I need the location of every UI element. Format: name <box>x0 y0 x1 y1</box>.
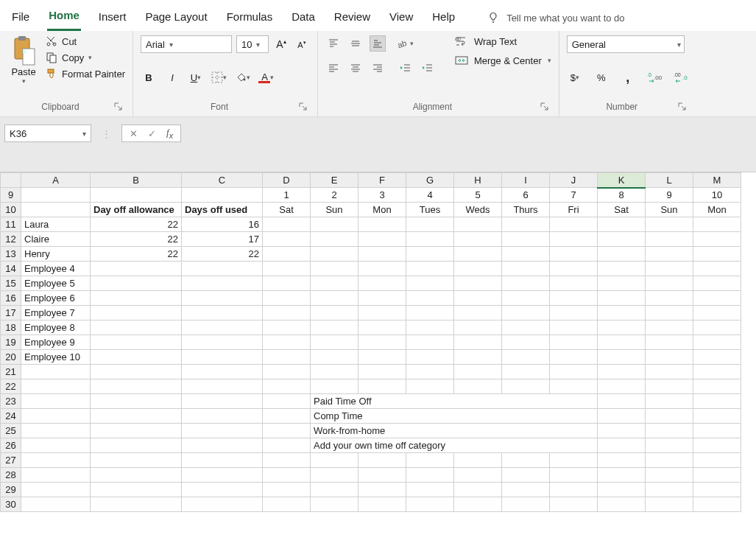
cell-L27[interactable] <box>646 453 693 468</box>
cancel-icon[interactable]: ✕ <box>130 128 138 139</box>
cell-K26[interactable] <box>598 438 646 453</box>
cell-A17[interactable]: Employee 7 <box>21 306 91 320</box>
cell-B27[interactable] <box>91 453 182 468</box>
cell-I27[interactable] <box>502 453 550 468</box>
cell-B30[interactable] <box>91 497 182 512</box>
dialog-launcher-icon[interactable] <box>298 102 308 112</box>
cell-L10[interactable]: Sun <box>646 203 693 217</box>
cell-I14[interactable] <box>502 262 550 276</box>
row-header-11[interactable]: 11 <box>1 217 21 232</box>
align-left-button[interactable] <box>325 60 342 77</box>
cell-L18[interactable] <box>646 320 693 335</box>
legend-label[interactable]: Add your own time off category <box>311 438 598 453</box>
dialog-launcher-icon[interactable] <box>540 102 550 112</box>
cell-F13[interactable] <box>358 247 406 262</box>
align-bottom-button[interactable] <box>370 35 386 52</box>
col-header-I[interactable]: I <box>502 173 550 188</box>
cell-L22[interactable] <box>646 379 693 394</box>
cell-B29[interactable] <box>91 483 182 497</box>
cell-I13[interactable] <box>502 247 550 262</box>
cell-L11[interactable] <box>646 217 693 232</box>
cell-E12[interactable] <box>311 232 358 247</box>
format-painter-button[interactable]: Format Painter <box>46 68 125 80</box>
cell-B10[interactable]: Day off allowance <box>91 203 182 217</box>
cell-L23[interactable] <box>646 394 693 409</box>
cell-J21[interactable] <box>550 365 598 379</box>
cell-E22[interactable] <box>311 379 358 394</box>
cell-D15[interactable] <box>263 276 311 291</box>
cell-A19[interactable]: Employee 9 <box>21 335 91 350</box>
increase-indent-button[interactable] <box>420 60 436 77</box>
cell-C9[interactable] <box>182 188 263 203</box>
cell-I18[interactable] <box>502 320 550 335</box>
cell-F29[interactable] <box>358 483 406 497</box>
cell-C17[interactable] <box>182 306 263 320</box>
cell-A15[interactable]: Employee 5 <box>21 276 91 291</box>
cell-K17[interactable] <box>598 306 646 320</box>
cell-K11[interactable] <box>598 217 646 232</box>
cell-C12[interactable]: 17 <box>182 232 263 247</box>
cell-G15[interactable] <box>406 276 454 291</box>
cell-G19[interactable] <box>406 335 454 350</box>
cell-M11[interactable] <box>693 217 741 232</box>
cell-M21[interactable] <box>693 365 741 379</box>
cell-E14[interactable] <box>311 262 358 276</box>
cell-C16[interactable] <box>182 291 263 306</box>
row-header-26[interactable]: 26 <box>1 438 21 453</box>
cell-J13[interactable] <box>550 247 598 262</box>
legend-color-pto[interactable] <box>263 394 311 409</box>
cell-B14[interactable] <box>91 262 182 276</box>
cell-E15[interactable] <box>311 276 358 291</box>
merge-center-button[interactable]: Merge & Center ▾ <box>455 55 551 66</box>
cell-M16[interactable] <box>693 291 741 306</box>
bold-button[interactable]: B <box>141 69 157 85</box>
cell-B12[interactable]: 22 <box>91 232 182 247</box>
cell-I15[interactable] <box>502 276 550 291</box>
cell-A14[interactable]: Employee 4 <box>21 262 91 276</box>
cell-A12[interactable]: Claire <box>21 232 91 247</box>
col-header-K[interactable]: K <box>598 173 646 188</box>
cell-A10[interactable] <box>21 203 91 217</box>
cell-I20[interactable] <box>502 350 550 365</box>
paste-button[interactable]: Paste ▾ <box>7 35 40 85</box>
cell-A22[interactable] <box>21 379 91 394</box>
menu-review[interactable]: Review <box>333 6 372 30</box>
cell-H19[interactable] <box>454 335 502 350</box>
row-header-18[interactable]: 18 <box>1 320 21 335</box>
cell-F20[interactable] <box>358 350 406 365</box>
cell-D21[interactable] <box>263 365 311 379</box>
col-header-B[interactable]: B <box>91 173 182 188</box>
cell-B9[interactable] <box>91 188 182 203</box>
cell-A23[interactable] <box>21 394 91 409</box>
cell-J16[interactable] <box>550 291 598 306</box>
cell-A9[interactable] <box>21 188 91 203</box>
cell-A30[interactable] <box>21 497 91 512</box>
cell-F27[interactable] <box>358 453 406 468</box>
cell-D18[interactable] <box>263 320 311 335</box>
cell-H14[interactable] <box>454 262 502 276</box>
underline-button[interactable]: U▾ <box>188 69 204 85</box>
cell-B24[interactable] <box>91 409 182 424</box>
cell-A24[interactable] <box>21 409 91 424</box>
cell-J10[interactable]: Fri <box>550 203 598 217</box>
cell-M26[interactable] <box>693 438 741 453</box>
col-header-C[interactable]: C <box>182 173 263 188</box>
cell-H28[interactable] <box>454 468 502 483</box>
orientation-button[interactable]: ab▾ <box>398 35 414 52</box>
cell-G16[interactable] <box>406 291 454 306</box>
row-header-17[interactable]: 17 <box>1 306 21 320</box>
row-header-21[interactable]: 21 <box>1 365 21 379</box>
cell-D16[interactable] <box>263 291 311 306</box>
cell-C29[interactable] <box>182 483 263 497</box>
cell-A18[interactable]: Employee 8 <box>21 320 91 335</box>
cell-F9[interactable]: 3 <box>358 188 406 203</box>
col-header-G[interactable]: G <box>406 173 454 188</box>
cell-G14[interactable] <box>406 262 454 276</box>
cell-I11[interactable] <box>502 217 550 232</box>
wrap-text-button[interactable]: ab Wrap Text <box>455 35 551 47</box>
cell-F11[interactable] <box>358 217 406 232</box>
cell-F28[interactable] <box>358 468 406 483</box>
tell-me[interactable]: Tell me what you want to do <box>487 12 624 24</box>
decrease-indent-button[interactable] <box>398 60 414 77</box>
decrease-decimal-button[interactable]: .00.0 <box>673 69 689 85</box>
